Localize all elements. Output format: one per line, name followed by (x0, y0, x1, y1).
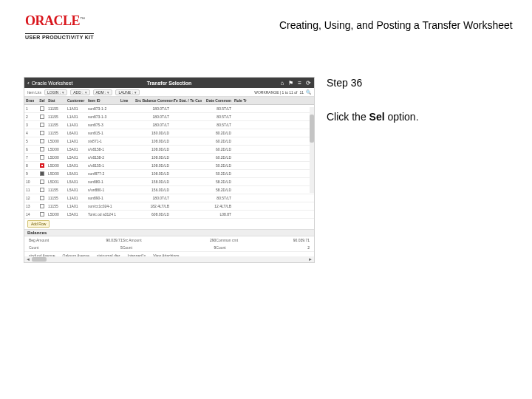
scroll-right-icon[interactable]: ► (307, 257, 314, 262)
col-line[interactable]: Line (120, 98, 135, 103)
cell-stat: 11155 (48, 123, 67, 127)
search-icon[interactable]: 🔍 (306, 89, 311, 95)
table-header: Bran Sel Stat Customer Item ID Line Src … (24, 97, 314, 105)
cell-stat: L5D00 (48, 212, 67, 216)
cell-stat: L5D00 (48, 163, 67, 168)
trademark-symbol: ™ (80, 16, 85, 21)
home-icon[interactable]: ⌂ (280, 80, 284, 86)
sel-checkbox[interactable] (40, 212, 44, 216)
balances-row-1: Beg Amount90.039.71 Src Amount290 Common… (24, 236, 314, 244)
cell-src-balance: 156.0D/LD (135, 188, 174, 192)
cell-item: xix871-1 (88, 139, 120, 143)
sel-checkbox[interactable] (40, 139, 44, 143)
upk-subtitle: USER PRODUCTIVITY KIT (25, 33, 94, 40)
scroll-left-icon[interactable]: ◄ (24, 257, 32, 262)
sel-checkbox[interactable] (40, 131, 44, 135)
cell-customer: L5A01 (67, 155, 88, 160)
sel-checkbox[interactable] (40, 147, 44, 151)
app-window-title: Oracle Worksheet (32, 81, 73, 86)
cell-stat: 11155 (48, 106, 67, 111)
cell-src-balance: 182.4LT/LB (135, 204, 174, 208)
col-branch[interactable]: Bran (26, 98, 36, 103)
cell-src-balance: 180.0T/LT (135, 196, 174, 200)
sel-checkbox[interactable] (40, 204, 44, 208)
cell-stat: L5D00 (48, 139, 67, 143)
cell-date: 50.2D/LD (202, 171, 234, 176)
sel-checkbox[interactable] (40, 188, 44, 192)
step-text-after: option. (385, 111, 419, 123)
sel-checkbox[interactable] (40, 163, 44, 168)
sel-checkbox[interactable] (40, 115, 44, 119)
range-max: 11 (299, 90, 304, 95)
col-date[interactable]: Date Common (202, 98, 234, 103)
cell-index: 11 (26, 188, 36, 192)
cell-stat: 11155 (48, 188, 67, 192)
sel-checkbox[interactable] (40, 155, 44, 160)
cell-customer: L5A01 (67, 188, 88, 192)
filter-bar: Item Lks LOGIN :▾ ADD :▾ ADM :▾ LAUNE :▾… (24, 88, 314, 97)
vertical-scrollbar[interactable] (310, 107, 314, 193)
cell-stat: 11155 (48, 115, 67, 119)
add-row-button[interactable]: Add Row (27, 220, 50, 228)
menu-icon[interactable]: ≡ (298, 80, 301, 86)
cell-customer: L5A01 (67, 147, 88, 151)
horizontal-scrollbar[interactable]: ◄ ► (24, 256, 314, 262)
oracle-wordmark: ORACLE (25, 13, 80, 28)
cell-stat: L5D00 (48, 147, 67, 151)
beg-amount-value: 90.039.71 (100, 238, 123, 242)
cell-date: 60.2D/LD (202, 155, 234, 160)
cell-item: s/un880-1 (88, 188, 120, 192)
table-row: 411155L6A01sun815-1180.0D/LD80.2D/LD (24, 129, 314, 137)
src-amount-value: 290 (194, 238, 216, 242)
cell-src-balance: 180.0T/LT (135, 115, 174, 119)
filter-dropdown-1[interactable]: LOGIN :▾ (44, 89, 67, 95)
cell-src-balance: 108.0D/LD (135, 171, 174, 176)
col-rule[interactable]: Rule Tr (234, 98, 253, 103)
cell-item: sun890-1 (88, 196, 120, 200)
sel-checkbox[interactable] (40, 123, 44, 127)
cell-index: 6 (26, 147, 36, 151)
cell-src-balance: 158.0D/LD (135, 180, 174, 184)
step-number: Step 36 (327, 77, 514, 89)
col-to-status[interactable]: To Stat. / To CustID (174, 98, 202, 103)
sel-checkbox[interactable] (40, 180, 44, 184)
table-row: 1311155L1A01xun/cc1c024-1182.4LT/LB12.4L… (24, 202, 314, 211)
sel-checkbox[interactable] (40, 171, 44, 176)
table-row: 8L5D00L5A01s/x8155-1108.0D/LD50.2D/LD (24, 162, 314, 170)
cell-date: 80.5T/LT (202, 123, 234, 127)
cell-date: 58.2D/LD (202, 180, 234, 184)
common-amount-label: Common cmt (216, 238, 238, 242)
cell-index: 7 (26, 155, 36, 160)
cell-item: xun880-1 (88, 180, 120, 184)
table-row: 10L5D01L5A01xun880-1158.0D/LD58.2D/LD (24, 178, 314, 186)
col-src-balance[interactable]: Src Balance Common (135, 98, 174, 103)
cell-customer: L5A01 (67, 171, 88, 176)
sel-checkbox[interactable] (40, 196, 44, 200)
col-item[interactable]: Item ID (88, 98, 120, 103)
cell-index: 13 (26, 204, 36, 208)
cell-index: 4 (26, 131, 36, 135)
count2-label: Count (123, 245, 132, 250)
flag-icon[interactable]: ⚑ (288, 80, 293, 86)
cell-item: sun815-1 (88, 131, 120, 135)
cell-customer: L5A01 (67, 212, 88, 216)
cell-src-balance: 180.0T/LT (135, 123, 174, 127)
range-label: WORKRANGE | 1 to 11 of (254, 90, 297, 95)
table-row: 9L5D00L5A01xunf877-2108.0D/LD50.2D/LD (24, 170, 314, 178)
cell-item: s/x8158-2 (88, 155, 120, 160)
cell-stat: L5D00 (48, 171, 67, 176)
step-instruction: Click the Sel option. (327, 111, 514, 123)
sel-checkbox[interactable] (40, 106, 44, 111)
filter-dropdown-2[interactable]: ADD :▾ (70, 89, 89, 95)
col-sel[interactable]: Sel (36, 98, 48, 103)
back-icon[interactable]: ‹ (27, 80, 30, 86)
col-stat[interactable]: Stat (48, 98, 67, 103)
cell-stat: L5D01 (48, 180, 67, 184)
cell-item: xunf877-2 (88, 171, 120, 176)
filter-dropdown-4[interactable]: LAUNE :▾ (115, 89, 139, 95)
table-row: 211155L1A01sun873-1-3180.0T/LT80.5T/LT (24, 113, 314, 121)
col-customer[interactable]: Customer (67, 98, 88, 103)
refresh-icon[interactable]: ⟳ (306, 80, 311, 86)
chevron-down-icon: ▾ (134, 90, 137, 95)
filter-dropdown-3[interactable]: ADM :▾ (93, 89, 113, 95)
